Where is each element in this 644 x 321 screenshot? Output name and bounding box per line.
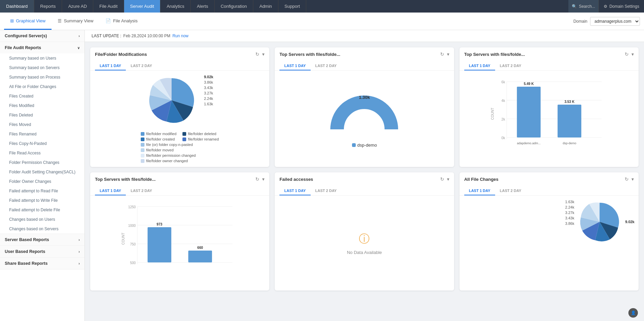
widget-all-file-changes-header: All File Changes ↻ ▾ [460,172,639,182]
widget-all-file-changes-tabs: LAST 1 DAY LAST 2 DAY [460,184,639,196]
tab-last-2-day-bar2[interactable]: LAST 2 DAY [126,187,157,195]
sidebar-item-files-deleted[interactable]: Files Deleted [0,110,84,120]
tab-last-2-day-donut[interactable]: LAST 2 DAY [311,62,341,70]
bar-adapdemo[interactable] [517,87,541,137]
legend-item-created: file/folder created [141,137,177,141]
sidebar-item-files-moved[interactable]: Files Moved [0,120,84,129]
nav-azure-ad[interactable]: Azure AD [62,0,93,13]
legend-item-copypasted: file (or) folder copy-n-pasted [141,143,219,147]
sidebar-item-changes-users[interactable]: Changes based on Users [0,215,84,224]
tab-graphical-view[interactable]: ⊞ Graphical View [4,13,52,30]
sidebar-item-all-file-folder[interactable]: All File or Folder Changes [0,82,84,91]
nav-alerts[interactable]: Alerts [191,0,214,13]
sidebar-item-failed-write[interactable]: Failed attempt to Write File [0,196,84,205]
sidebar-item-files-renamed[interactable]: Files Renamed [0,129,84,139]
dropdown-icon-2[interactable]: ▾ [447,51,449,57]
widget-all-file-changes-body: 1.63k 2.24k 3.27k 3.43k 3.86k [460,196,639,291]
bar-dsp-demo[interactable] [558,105,581,137]
tab-last-1-day-bar2[interactable]: LAST 1 DAY [95,187,126,195]
sidebar-item-folder-audit-sacl[interactable]: Folder Audit Setting Changes(SACL) [0,167,84,177]
tab-last-1-day-bar[interactable]: LAST 1 DAY [464,62,495,70]
nav-configuration[interactable]: Configuration [215,0,253,13]
widget-top-servers-donut-body: 1.30k dsp-demo [275,71,454,166]
tab-last-1-day-mod[interactable]: LAST 1 DAY [95,62,126,70]
svg-text:1250: 1250 [128,205,136,209]
domain-settings-btn[interactable]: ⚙ Domain Settings [599,0,644,13]
nav-admin[interactable]: Admin [253,0,278,13]
sidebar-item-failed-delete[interactable]: Failed attempt to Delete File [0,205,84,215]
run-now-link[interactable]: Run now [172,34,188,38]
nav-server-audit[interactable]: Server Audit [124,0,161,13]
tab-last-1-day-failed[interactable]: LAST 1 DAY [279,187,310,195]
refresh-icon-4[interactable]: ↻ [255,176,259,182]
dropdown-icon[interactable]: ▾ [262,51,265,57]
configured-servers-header[interactable]: Configured Server(s) › [0,30,84,42]
bar-server-a[interactable] [148,227,171,262]
widget-failed-accesses-title: Failed accesses [279,177,313,182]
user-based-reports-header[interactable]: User Based Reports › [0,246,84,257]
sidebar-item-changes-servers[interactable]: Changes based on Servers [0,224,84,234]
sidebar-item-summary-process[interactable]: Summary based on Process [0,72,84,82]
widget-top-servers-donut-title: Top Servers with files/folde... [279,52,340,57]
sidebar-item-files-copy-pasted[interactable]: Files Copy-N-Pasted [0,139,84,148]
sidebar-item-files-modified[interactable]: Files Modified [0,101,84,110]
domain-dropdown[interactable]: admanagerplus.com [590,17,640,26]
dropdown-icon-3[interactable]: ▾ [631,51,634,57]
tab-summary-view[interactable]: ☰ Summary View [52,13,99,30]
chevron-right-icon: › [79,34,80,38]
sidebar-item-files-created[interactable]: Files Created [0,91,84,101]
nav-analytics[interactable]: Analytics [160,0,191,13]
tab-last-2-day-bar[interactable]: LAST 2 DAY [495,62,526,70]
nav-support[interactable]: Support [278,0,307,13]
changes-val-5: 2.24k [565,205,574,209]
widget-all-file-changes-title: All File Changes [464,177,499,182]
widget-top-servers-bar-title: Top Servers with files/folde... [464,52,525,57]
nav-file-audit[interactable]: File Audit [93,0,124,13]
tab-file-analysis[interactable]: 📄 File Analysis [99,13,143,30]
avatar-button[interactable]: 👤 [628,308,638,318]
last-update-label: LAST UPDATE : [92,34,121,38]
refresh-icon-6[interactable]: ↻ [625,176,629,182]
tab-last-2-day-changes[interactable]: LAST 2 DAY [495,187,526,195]
widget-failed-accesses-tabs: LAST 1 DAY LAST 2 DAY [275,184,454,196]
sidebar-item-failed-read[interactable]: Failed attempt to Read File [0,186,84,196]
changes-val-4: 3.27k [565,211,574,215]
refresh-icon-2[interactable]: ↻ [440,51,444,57]
search-box[interactable]: 🔍 Search... [568,0,599,13]
sidebar-item-file-read-access[interactable]: File Read Access [0,148,84,158]
widget-top-servers-bar2: Top Servers with files/folde... ↻ ▾ LAST… [90,172,269,291]
server-based-reports-label: Server Based Reports [5,237,49,242]
refresh-icon-3[interactable]: ↻ [625,51,629,57]
sidebar-item-summary-users[interactable]: Summary based on Users [0,53,84,63]
server-based-reports-header[interactable]: Server Based Reports › [0,234,84,245]
bar-server-b[interactable] [188,251,212,262]
dropdown-icon-6[interactable]: ▾ [631,176,634,182]
dropdown-icon-4[interactable]: ▾ [262,176,265,182]
no-data-container: ⓘ No Data Available [347,200,382,286]
file-audit-reports-header[interactable]: File Audit Reports ∨ [0,42,84,53]
dropdown-icon-5[interactable]: ▾ [447,176,449,182]
gear-icon: ⚙ [604,4,607,9]
sidebar-item-summary-servers[interactable]: Summary based on Servers [0,63,84,72]
tab-last-2-day-mod[interactable]: LAST 2 DAY [126,62,157,70]
widget-top-servers-bar-header: Top Servers with files/folde... ↻ ▾ [460,47,639,57]
sidebar-item-folder-permission[interactable]: Folder Permission Changes [0,158,84,167]
tab-last-1-day-changes[interactable]: LAST 1 DAY [464,187,495,195]
chevron-down-icon: ∨ [77,46,80,50]
widget-top-servers-bar2-body: COUNT 1250 1000 750 500 973 [90,196,269,291]
tab-last-2-day-failed[interactable]: LAST 2 DAY [311,187,341,195]
user-based-reports-section: User Based Reports › [0,246,84,258]
svg-text:0k: 0k [501,136,505,140]
svg-text:660: 660 [197,246,203,250]
pie-value-labels-changes: 1.63k 2.24k 3.27k 3.43k 3.86k [565,200,574,226]
share-based-reports-label: Share Based Reports [5,261,47,266]
tab-last-1-day-donut[interactable]: LAST 1 DAY [279,62,310,70]
nav-reports[interactable]: Reports [34,0,62,13]
nav-dashboard[interactable]: Dashboard [0,0,34,13]
chart-center-changes: 1.63k 2.24k 3.27k 3.43k 3.86k [464,200,635,244]
refresh-icon[interactable]: ↻ [255,51,259,57]
share-based-reports-header[interactable]: Share Based Reports › [0,258,84,269]
refresh-icon-5[interactable]: ↻ [440,176,444,182]
file-audit-reports-items: Summary based on Users Summary based on … [0,53,84,234]
sidebar-item-folder-owner[interactable]: Folder Owner Changes [0,177,84,186]
